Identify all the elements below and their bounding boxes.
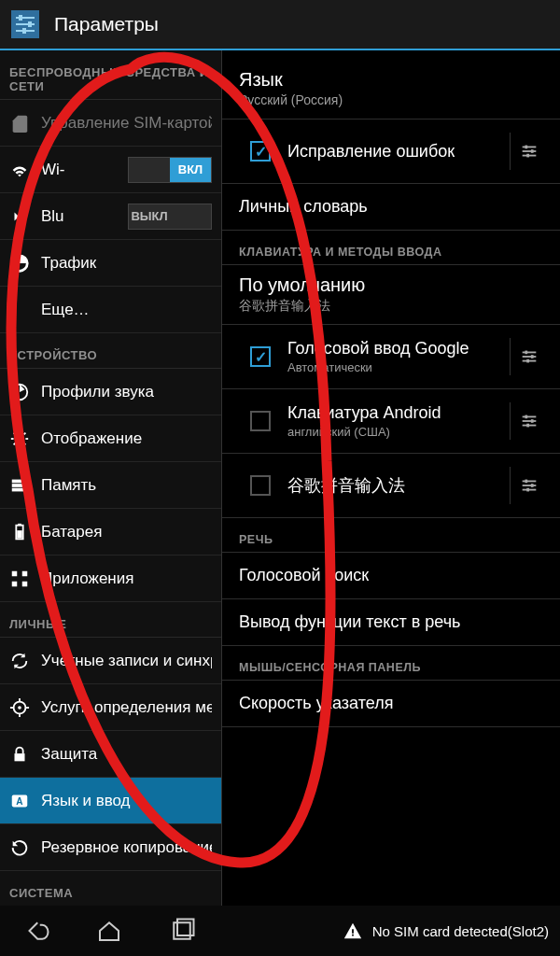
sidebar-item-label: Управление SIM-картой	[41, 114, 212, 133]
default-ime-item[interactable]: По умолчанию 谷歌拼音输入法	[222, 265, 560, 325]
home-button[interactable]	[73, 906, 146, 956]
settings-sidebar: БЕСПРОВОДНЫЕ СРЕДСТВА И СЕТИ Управление …	[0, 50, 221, 906]
sidebar-item-bluetooth[interactable]: Blu ВЫКЛ	[0, 193, 221, 240]
svg-point-9	[15, 434, 23, 443]
svg-rect-24	[12, 570, 18, 576]
svg-rect-54	[526, 424, 529, 428]
sidebar-item-label: Blu	[41, 207, 124, 226]
sidebar-item-label: Трафик	[41, 254, 212, 273]
pinyin-item[interactable]: 谷歌拼音输入法	[222, 454, 560, 518]
blank-icon	[7, 298, 32, 322]
toggle-off-label: ВЫКЛ	[129, 204, 170, 229]
svg-rect-62	[177, 920, 194, 936]
sidebar-item-accounts[interactable]: Учетные записи и синхронизация	[0, 638, 221, 684]
svg-line-15	[24, 443, 26, 444]
sidebar-item-label: Язык и ввод	[41, 792, 212, 810]
svg-rect-22	[18, 523, 21, 525]
checkbox-checked-icon[interactable]	[250, 141, 271, 162]
android-keyboard-item[interactable]: Клавиатура Android английский (США)	[222, 389, 560, 454]
item-title: Клавиатура Android	[287, 403, 502, 423]
svg-rect-20	[12, 487, 28, 491]
svg-rect-41	[530, 149, 533, 153]
svg-rect-6	[22, 28, 26, 34]
checkbox-dim-icon[interactable]	[250, 411, 271, 431]
item-subtitle: Русский (Россия)	[239, 92, 543, 107]
section-device: УСТРОЙСТВО	[0, 333, 221, 369]
tune-button[interactable]	[510, 402, 547, 440]
checkbox-dim-icon[interactable]	[250, 475, 271, 496]
wifi-toggle[interactable]: ВКЛ	[128, 157, 212, 183]
sidebar-item-more[interactable]: Еще…	[0, 287, 221, 333]
svg-rect-4	[28, 21, 32, 27]
item-title: Личный словарь	[239, 197, 547, 217]
system-navbar: No SIM card detected(Slot2)	[0, 906, 560, 956]
svg-line-17	[24, 432, 26, 434]
svg-rect-40	[525, 146, 527, 149]
data-usage-icon	[7, 251, 32, 275]
sim-warning-text: No SIM card detected(Slot2)	[372, 923, 549, 939]
sidebar-item-language[interactable]: A Язык и ввод	[0, 778, 221, 824]
pointer-speed-item[interactable]: Скорость указателя	[222, 681, 560, 727]
panes: БЕСПРОВОДНЫЕ СРЕДСТВА И СЕТИ Управление …	[0, 50, 560, 906]
section-wireless: БЕСПРОВОДНЫЕ СРЕДСТВА И СЕТИ	[0, 50, 221, 100]
language-item[interactable]: Язык Русский (Россия)	[222, 56, 560, 120]
sidebar-item-security[interactable]: Защита	[0, 731, 221, 778]
bluetooth-icon	[7, 204, 32, 229]
dictionary-item[interactable]: Личный словарь	[222, 184, 560, 231]
section-mouse: МЫШЬ/СЕНСОРНАЯ ПАНЕЛЬ	[222, 646, 560, 681]
spellcheck-item[interactable]: Исправление ошибок	[222, 120, 560, 184]
recents-button[interactable]	[146, 906, 218, 956]
location-icon	[7, 696, 32, 720]
toggle-on-label: ВКЛ	[170, 158, 211, 182]
svg-rect-25	[22, 570, 28, 576]
backup-icon	[7, 836, 32, 860]
tts-item[interactable]: Вывод функции текст в речь	[222, 599, 560, 646]
tune-button[interactable]	[510, 338, 547, 375]
back-button[interactable]	[0, 906, 73, 956]
checkbox-checked-icon[interactable]	[250, 346, 271, 367]
tune-button[interactable]	[510, 467, 547, 504]
apps-icon	[7, 567, 32, 591]
sidebar-item-backup[interactable]: Резервное копирование	[0, 824, 221, 871]
display-icon	[7, 427, 32, 451]
titlebar: Параметры	[0, 0, 560, 50]
detail-pane: Язык Русский (Россия) Исправление ошибок…	[222, 50, 560, 906]
sim-warning[interactable]: No SIM card detected(Slot2)	[343, 921, 560, 941]
svg-rect-61	[174, 922, 190, 939]
svg-text:A: A	[16, 795, 23, 806]
sidebar-item-label: Профили звука	[41, 383, 212, 401]
sidebar-item-label: Приложения	[41, 569, 212, 588]
language-icon: A	[7, 789, 32, 813]
sidebar-item-memory[interactable]: Память	[0, 462, 221, 509]
wifi-icon	[7, 158, 32, 182]
item-title: Язык	[239, 69, 543, 91]
sync-icon	[7, 649, 32, 673]
sidebar-item-label: Резервное копирование	[41, 838, 212, 857]
sidebar-item-label: Память	[41, 476, 212, 495]
item-title: Исправление ошибок	[287, 142, 502, 162]
section-personal: ЛИЧНЫЕ	[0, 602, 221, 638]
sidebar-item-display[interactable]: Отображение	[0, 415, 221, 462]
sidebar-item-wifi[interactable]: Wi- ВКЛ	[0, 147, 221, 193]
sidebar-item-battery[interactable]: Батарея	[0, 509, 221, 555]
voice-search-item[interactable]: Голосовой поиск	[222, 553, 560, 599]
svg-line-14	[14, 432, 16, 434]
svg-rect-46	[525, 351, 527, 355]
audio-icon	[7, 380, 32, 404]
svg-rect-18	[12, 479, 28, 483]
sidebar-item-label: Батарея	[41, 523, 212, 541]
sidebar-item-apps[interactable]: Приложения	[0, 555, 221, 602]
svg-rect-19	[12, 484, 28, 487]
bluetooth-toggle[interactable]: ВЫКЛ	[128, 204, 212, 230]
sidebar-item-sim[interactable]: Управление SIM-картой	[0, 100, 221, 147]
sidebar-item-location[interactable]: Услуги определения местоположения	[0, 684, 221, 731]
page-title: Параметры	[54, 13, 159, 35]
item-title: По умолчанию	[239, 274, 543, 296]
svg-rect-53	[530, 419, 533, 423]
tune-button[interactable]	[510, 133, 547, 170]
item-subtitle: Автоматически	[287, 360, 502, 374]
sidebar-item-audio[interactable]: Профили звука	[0, 369, 221, 415]
google-voice-item[interactable]: Голосовой ввод Google Автоматически	[222, 325, 560, 389]
svg-rect-59	[530, 484, 533, 487]
sidebar-item-traffic[interactable]: Трафик	[0, 240, 221, 287]
